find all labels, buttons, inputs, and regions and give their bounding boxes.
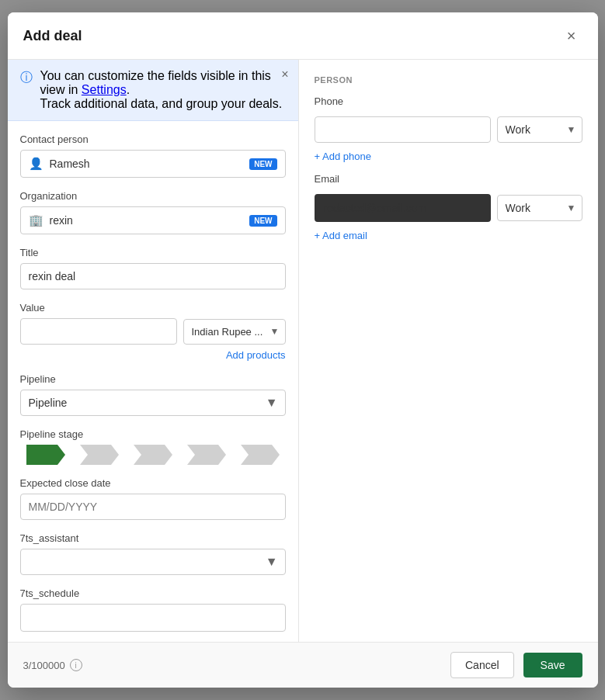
email-type-select[interactable]: Work Home Other — [497, 195, 582, 221]
count-info-icon[interactable]: i — [70, 659, 82, 671]
value-row: Indian Rupee ... USD EUR ▼ — [20, 318, 286, 345]
info-text-dot: . — [127, 83, 130, 96]
info-banner-content: ⓘ You can customize the fields visible i… — [20, 69, 286, 111]
organization-input-wrapper[interactable]: 🏢 NEW — [20, 206, 286, 234]
info-text: You can customize the fields visible in … — [40, 69, 286, 111]
value-label: Value — [20, 302, 286, 314]
title-group: Title — [20, 247, 286, 289]
info-banner: ⓘ You can customize the fields visible i… — [8, 60, 298, 121]
footer-count: 3/100000 i — [23, 659, 82, 671]
pipeline-stage-group: Pipeline stage — [20, 428, 286, 465]
close-date-input[interactable] — [20, 494, 286, 520]
modal-title: Add deal — [23, 28, 82, 44]
person-section-label: PERSON — [315, 75, 582, 85]
assistant-label: 7ts_assistant — [20, 532, 286, 544]
stage-5[interactable] — [235, 445, 286, 465]
organization-group: Organization 🏢 NEW — [20, 190, 286, 234]
info-banner-close-button[interactable]: × — [281, 68, 288, 81]
email-type-select-wrapper: Work Home Other ▼ — [497, 195, 582, 221]
pipeline-select[interactable]: Pipeline — [20, 390, 286, 416]
phone-type-select-wrapper: Work Home Mobile Other ▼ — [497, 116, 582, 143]
phone-input[interactable] — [315, 116, 491, 143]
title-input[interactable] — [20, 263, 286, 289]
svg-marker-2 — [134, 445, 172, 465]
close-date-group: Expected close date — [20, 477, 286, 520]
info-icon: ⓘ — [20, 70, 33, 86]
person-icon: 👤 — [29, 157, 43, 171]
modal-footer: 3/100000 i Cancel Save — [8, 642, 598, 688]
contact-person-label: Contact person — [20, 133, 286, 145]
email-label: Email — [315, 173, 582, 185]
svg-marker-1 — [80, 445, 119, 465]
title-label: Title — [20, 247, 286, 258]
right-panel: PERSON Phone Work Home Mobile — [299, 60, 598, 642]
add-products-link[interactable]: Add products — [226, 349, 286, 361]
email-input[interactable] — [315, 194, 491, 222]
organization-label: Organization — [20, 190, 286, 202]
value-input[interactable] — [20, 318, 177, 345]
save-button[interactable]: Save — [523, 653, 582, 677]
phone-type-select[interactable]: Work Home Mobile Other — [497, 116, 582, 143]
person-fields: Phone Work Home Mobile Other ▼ — [315, 95, 582, 241]
assistant-select[interactable] — [20, 549, 286, 575]
add-email-link[interactable]: + Add email — [315, 230, 582, 241]
value-group: Value Indian Rupee ... USD EUR ▼ — [20, 302, 286, 361]
info-text-sub: Track additional data, and group your de… — [40, 97, 283, 110]
organization-icon: 🏢 — [29, 213, 43, 227]
svg-marker-4 — [241, 445, 280, 465]
modal-header: Add deal × — [8, 12, 598, 60]
left-panel: ⓘ You can customize the fields visible i… — [8, 60, 299, 642]
add-phone-link[interactable]: + Add phone — [315, 151, 582, 162]
svg-marker-0 — [26, 445, 65, 465]
modal-close-button[interactable]: × — [561, 25, 582, 47]
phone-group: Phone Work Home Mobile Other ▼ — [315, 95, 582, 162]
phone-label: Phone — [315, 95, 582, 107]
schedule-input[interactable] — [20, 604, 286, 632]
pipeline-stage-label: Pipeline stage — [20, 428, 286, 440]
stage-3[interactable] — [127, 445, 179, 465]
info-text-main: You can customize the fields visible in … — [40, 69, 271, 96]
currency-select[interactable]: Indian Rupee ... USD EUR — [183, 319, 286, 345]
cancel-button[interactable]: Cancel — [450, 652, 514, 678]
email-group: Email Work Home Other ▼ — [315, 173, 582, 241]
add-products-row: Add products — [20, 349, 286, 361]
schedule-group: 7ts_schedule — [20, 587, 286, 632]
pipeline-label: Pipeline — [20, 373, 286, 385]
stage-2[interactable] — [74, 445, 125, 465]
settings-link[interactable]: Settings — [82, 83, 127, 96]
stage-4[interactable] — [181, 445, 232, 465]
organization-new-badge: NEW — [249, 215, 276, 227]
form-content: Contact person 👤 NEW Organization 🏢 — [8, 121, 298, 642]
contact-person-input-wrapper[interactable]: 👤 NEW — [20, 150, 286, 178]
pipeline-select-wrapper: Pipeline ▼ — [20, 390, 286, 416]
stage-1[interactable] — [20, 445, 71, 465]
count-text: 3/100000 — [23, 660, 65, 671]
pipeline-group: Pipeline Pipeline ▼ — [20, 373, 286, 416]
contact-person-group: Contact person 👤 NEW — [20, 133, 286, 178]
add-deal-modal: Add deal × ⓘ You can customize the field… — [8, 12, 598, 688]
organization-input[interactable] — [50, 214, 244, 227]
contact-person-input[interactable] — [50, 158, 244, 170]
currency-select-wrapper: Indian Rupee ... USD EUR ▼ — [183, 319, 286, 345]
svg-marker-3 — [187, 445, 226, 465]
modal-body: ⓘ You can customize the fields visible i… — [8, 60, 598, 642]
close-date-label: Expected close date — [20, 477, 286, 489]
phone-row: Work Home Mobile Other ▼ — [315, 116, 582, 143]
assistant-group: 7ts_assistant ▼ — [20, 532, 286, 575]
email-row: Work Home Other ▼ — [315, 194, 582, 222]
contact-person-new-badge: NEW — [249, 158, 276, 170]
pipeline-stages — [20, 445, 286, 465]
assistant-select-wrapper: ▼ — [20, 549, 286, 575]
schedule-label: 7ts_schedule — [20, 587, 286, 599]
